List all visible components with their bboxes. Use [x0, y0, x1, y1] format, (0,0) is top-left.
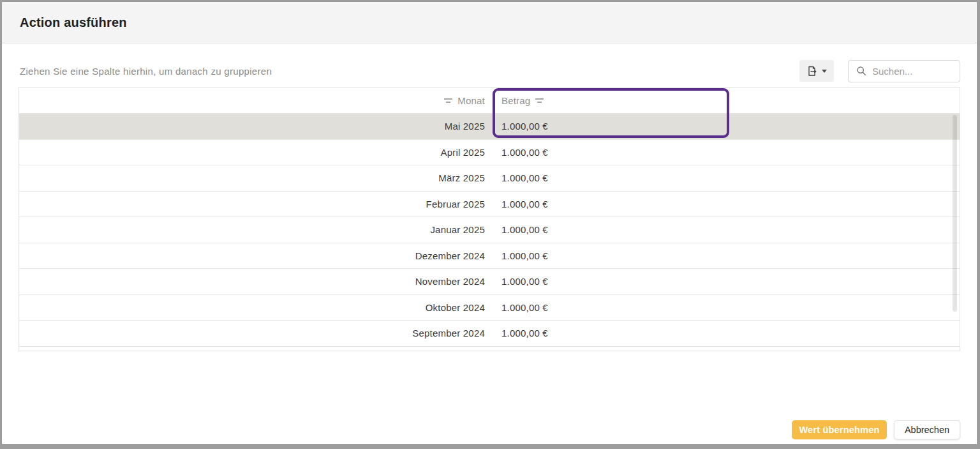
table-row[interactable]: Dezember 2024 1.000,00 €	[19, 243, 960, 270]
table-row-selected[interactable]: Mai 2025 1.000,00 €	[19, 114, 960, 140]
data-grid: Monat Betrag Mai 2025 1.000,00 € April 2…	[19, 87, 960, 351]
apply-value-button[interactable]: Wert übernehmen	[792, 420, 887, 439]
action-dialog: Action ausführen Ziehen Sie eine Spalte …	[2, 2, 977, 444]
search-icon	[856, 66, 866, 76]
search-input[interactable]	[872, 66, 953, 77]
cell-betrag: 1.000,00 €	[501, 328, 548, 339]
column-header-monat[interactable]: Monat	[19, 95, 493, 106]
dialog-footer: Wert übernehmen Abbrechen	[792, 420, 960, 439]
table-row[interactable]: November 2024 1.000,00 €	[19, 269, 960, 295]
cell-betrag: 1.000,00 €	[501, 224, 548, 235]
search-box[interactable]	[848, 60, 960, 82]
table-row-partial	[19, 347, 960, 351]
table-row[interactable]: Januar 2025 1.000,00 €	[19, 217, 960, 243]
cell-betrag: 1.000,00 €	[501, 250, 548, 261]
cell-monat: Dezember 2024	[415, 250, 485, 261]
column-label: Monat	[457, 95, 485, 106]
cell-monat: September 2024	[412, 328, 485, 339]
cell-monat: März 2025	[438, 172, 485, 183]
export-file-icon	[806, 66, 817, 77]
export-button[interactable]	[799, 60, 834, 82]
table-row[interactable]: Februar 2025 1.000,00 €	[19, 192, 960, 218]
cell-betrag: 1.000,00 €	[501, 172, 548, 183]
header-filter-icon[interactable]	[444, 98, 452, 103]
caret-down-icon	[822, 70, 827, 73]
grid-header-row: Monat Betrag	[19, 88, 960, 114]
cell-monat: November 2024	[415, 276, 485, 287]
table-row[interactable]: September 2024 1.000,00 €	[19, 321, 960, 347]
table-row[interactable]: März 2025 1.000,00 €	[19, 165, 960, 192]
page-title: Action ausführen	[20, 15, 127, 30]
grid-toolbar: Ziehen Sie eine Spalte hierhin, um danac…	[20, 59, 960, 82]
column-label: Betrag	[501, 95, 530, 106]
cell-betrag: 1.000,00 €	[501, 276, 548, 287]
cell-monat: Februar 2025	[426, 199, 485, 209]
cell-monat: Januar 2025	[430, 224, 485, 235]
group-panel-hint[interactable]: Ziehen Sie eine Spalte hierhin, um danac…	[20, 66, 272, 77]
cancel-button[interactable]: Abbrechen	[894, 420, 960, 439]
header-filter-icon[interactable]	[535, 98, 544, 103]
table-row[interactable]: April 2025 1.000,00 €	[19, 140, 960, 166]
cell-betrag: 1.000,00 €	[501, 121, 548, 132]
cell-monat: Mai 2025	[445, 121, 485, 132]
cell-betrag: 1.000,00 €	[501, 302, 548, 313]
toolbar-right	[799, 60, 960, 82]
cell-monat: April 2025	[440, 147, 485, 158]
table-row[interactable]: Oktober 2024 1.000,00 €	[19, 295, 960, 321]
cell-betrag: 1.000,00 €	[501, 147, 548, 158]
cell-monat: Oktober 2024	[426, 302, 485, 313]
cell-betrag: 1.000,00 €	[501, 199, 548, 209]
vertical-scrollbar-thumb[interactable]	[953, 115, 957, 312]
dialog-titlebar: Action ausführen	[2, 2, 977, 43]
column-header-betrag[interactable]: Betrag	[493, 95, 960, 106]
dialog-body: Ziehen Sie eine Spalte hierhin, um danac…	[2, 43, 977, 444]
